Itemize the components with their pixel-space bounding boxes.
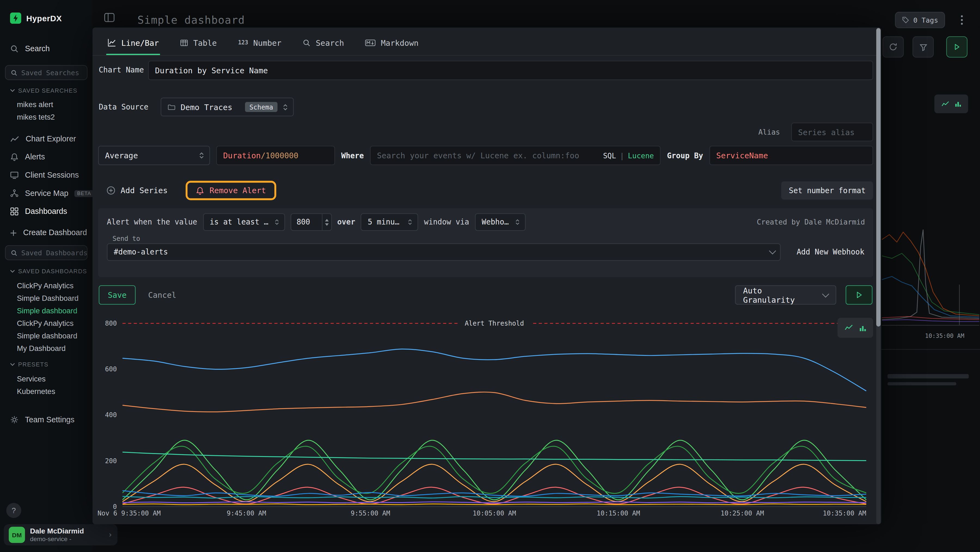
x-tick-label: 10:35:00 AM <box>823 509 867 517</box>
bg-time-label: 10:35:00 AM <box>925 332 964 339</box>
run-chart-button[interactable] <box>846 285 872 305</box>
schema-badge[interactable]: Schema <box>245 102 277 112</box>
tab-label: Markdown <box>381 38 418 47</box>
sidebar-item-client-sessions[interactable]: Client Sessions <box>10 169 79 182</box>
add-series-button[interactable]: Add Series <box>106 186 168 195</box>
tab-markdown[interactable]: Markdown <box>364 32 420 55</box>
add-new-webhook-button[interactable]: Add New Webhook <box>797 248 864 256</box>
saved-searches-header[interactable]: SAVED SEARCHES <box>10 87 78 94</box>
saved-dashboard-item[interactable]: ClickPy Analytics <box>0 317 92 330</box>
where-search-input[interactable]: Search your events w/ Lucene ex. column:… <box>370 146 661 165</box>
play-icon <box>953 43 961 51</box>
create-dashboard-button[interactable]: Create Dashboard <box>10 227 87 239</box>
alias-input[interactable]: Series alias <box>791 123 873 141</box>
saved-dashboard-item[interactable]: My Dashboard <box>0 342 92 355</box>
saved-dashboards-input[interactable]: Saved Dashboards <box>5 245 88 260</box>
tab-search[interactable]: Search <box>301 32 345 55</box>
remove-alert-button[interactable]: Remove Alert <box>196 186 266 195</box>
query-language-toggle[interactable]: SQL | Lucene <box>603 151 654 160</box>
search-icon <box>303 38 311 46</box>
save-button[interactable]: Save <box>99 285 135 305</box>
remove-alert-label: Remove Alert <box>210 186 266 195</box>
chevron-right-icon: › <box>108 530 113 539</box>
duration-by-service-chart[interactable]: 0200400600800Nov 6 9:35:00 AM9:45:00 AM9… <box>97 313 874 519</box>
saved-search-item[interactable]: mikes tets2 <box>0 111 92 123</box>
granularity-select[interactable]: Auto Granularity <box>735 285 836 305</box>
tab-table[interactable]: Table <box>179 32 218 55</box>
chart-name-label: Chart Name <box>99 65 144 74</box>
tab-line-bar[interactable]: Line/Bar <box>106 32 160 55</box>
over-label: over <box>337 218 355 227</box>
sql-option[interactable]: SQL <box>603 151 616 160</box>
data-source-value: Demo Traces <box>181 102 240 112</box>
sidebar-item-label: Dashboards <box>25 207 67 216</box>
user-menu[interactable]: DM Dale McDiarmid demo-service - › <box>4 524 118 546</box>
chevron-down-icon <box>822 290 829 297</box>
bar-chart-icon <box>954 100 962 108</box>
sidebar-item-service-map[interactable]: Service Map BETA <box>10 187 94 199</box>
collapse-sidebar-icon[interactable] <box>104 12 115 23</box>
app-root: Simple dashboard 0 Tags HyperDX Search <box>0 0 980 552</box>
run-query-button[interactable] <box>946 36 967 57</box>
presets-header[interactable]: PRESETS <box>10 361 48 368</box>
sidebar-item-label: Team Settings <box>25 415 75 424</box>
avatar: DM <box>9 526 25 543</box>
bg-skeleton-row <box>888 382 956 385</box>
saved-dashboards-header[interactable]: SAVED DASHBOARDS <box>10 268 87 274</box>
saved-dashboard-item[interactable]: Simple dashboard <box>0 330 92 342</box>
alert-channel-select[interactable]: Webhook <box>475 213 525 231</box>
y-tick-label: 600 <box>105 365 117 373</box>
bg-mini-chart <box>882 203 980 328</box>
chart-name-input[interactable]: Duration by Service Name <box>148 61 873 80</box>
field-input[interactable]: Duration/1000000 <box>216 146 335 165</box>
user-info: Dale McDiarmid demo-service - <box>30 527 84 542</box>
stepper-up-icon[interactable] <box>325 219 329 221</box>
preset-item[interactable]: Services <box>0 373 92 385</box>
preset-item[interactable]: Kubernetes <box>0 385 92 398</box>
help-button[interactable]: ? <box>6 503 21 518</box>
where-label: Where <box>341 151 364 160</box>
group-by-input[interactable]: ServiceName <box>710 146 873 165</box>
data-source-select[interactable]: Demo Traces Schema <box>161 97 294 116</box>
saved-dashboard-item[interactable]: ClickPy Analytics <box>0 279 92 292</box>
filter-button[interactable] <box>913 36 934 57</box>
where-placeholder: Search your events w/ Lucene ex. column:… <box>377 151 598 160</box>
sidebar-item-alerts[interactable]: Alerts <box>10 151 45 163</box>
saved-dashboard-item[interactable]: Simple Dashboard <box>0 292 92 305</box>
alert-condition-select[interactable]: is at least (≥) <box>203 213 285 231</box>
sidebar-item-chart-explorer[interactable]: Chart Explorer <box>10 133 76 145</box>
modal-scrollbar[interactable] <box>876 28 881 326</box>
sidebar-item-search[interactable]: Search <box>10 43 50 55</box>
create-dashboard-label: Create Dashboard <box>23 228 87 237</box>
y-tick-label: 200 <box>105 457 117 465</box>
lucene-option[interactable]: Lucene <box>628 151 654 160</box>
tab-number[interactable]: 123 Number <box>237 32 283 55</box>
alert-threshold-input[interactable]: 800 <box>290 213 332 231</box>
cancel-button[interactable]: Cancel <box>148 290 177 300</box>
saved-dashboard-item[interactable]: Simple dashboard <box>0 305 92 317</box>
alert-window-select[interactable]: 5 minute <box>361 213 418 231</box>
refresh-button[interactable] <box>883 36 904 57</box>
stepper-down-icon[interactable] <box>325 223 329 225</box>
saved-searches-input[interactable]: Saved Searches <box>5 65 88 80</box>
dashboard-background-panel: 10:35:00 AM <box>881 27 980 552</box>
webhook-channel-select[interactable]: #demo-alerts <box>107 243 780 261</box>
saved-dashboards-list: ClickPy AnalyticsSimple DashboardSimple … <box>0 279 92 355</box>
kebab-menu-button[interactable] <box>954 12 970 28</box>
number-stepper[interactable] <box>321 214 331 230</box>
updown-chevron-icon <box>199 152 204 160</box>
tags-button[interactable]: 0 Tags <box>895 12 945 28</box>
plus-circle-icon <box>106 186 115 195</box>
series-actions-row: Add Series Remove Alert Set number forma… <box>98 177 873 204</box>
bg-chart-type-toggle[interactable] <box>934 94 968 113</box>
chart-type-toggle[interactable] <box>838 318 873 338</box>
set-number-format-button[interactable]: Set number format <box>781 182 873 200</box>
logo[interactable]: HyperDX <box>10 12 62 24</box>
sidebar-item-team-settings[interactable]: Team Settings <box>10 413 75 426</box>
annotation-highlight-box: Remove Alert <box>186 181 276 200</box>
saved-search-item[interactable]: mikes alert <box>0 98 92 111</box>
sidebar-item-dashboards[interactable]: Dashboards <box>10 205 67 218</box>
bell-icon <box>196 186 204 195</box>
x-tick-label: 9:45:00 AM <box>227 509 266 517</box>
aggregation-select[interactable]: Average <box>98 146 210 165</box>
